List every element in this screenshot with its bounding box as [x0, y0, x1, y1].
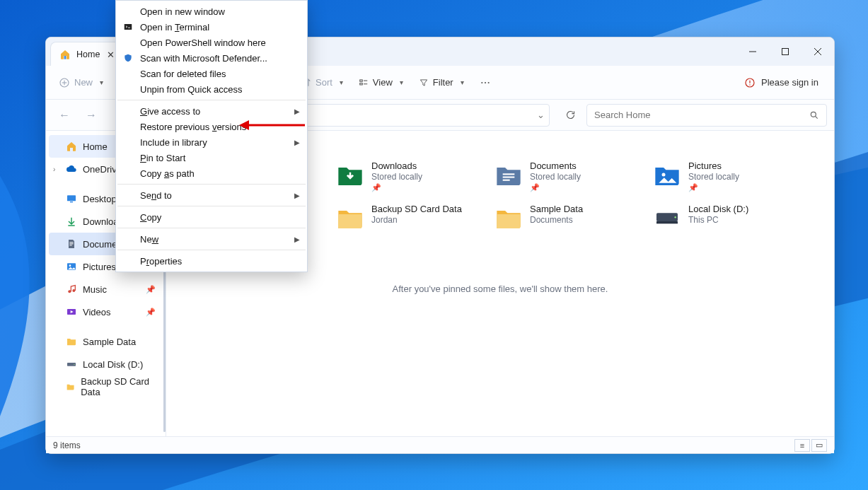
svg-rect-46 [125, 24, 132, 30]
ctx-copy-path[interactable]: Copy as path [116, 165, 307, 181]
view-icon [359, 78, 369, 88]
search-input[interactable] [594, 110, 804, 120]
folder-icon [66, 381, 75, 392]
svg-rect-41 [503, 180, 510, 181]
svg-point-45 [674, 216, 676, 218]
ctx-new[interactable]: New▶ [116, 231, 307, 247]
svg-rect-40 [503, 177, 515, 178]
pin-icon: 📌 [146, 285, 156, 294]
svg-point-21 [487, 81, 489, 83]
svg-rect-29 [69, 242, 73, 243]
ctx-scan-defender[interactable]: Scan with Microsoft Defender... [116, 50, 307, 66]
svg-rect-27 [67, 195, 76, 201]
chevron-down-icon[interactable]: ⌄ [537, 110, 545, 120]
separator [117, 228, 306, 228]
separator [117, 206, 306, 206]
filter-icon [419, 78, 429, 88]
thumbnails-view-button[interactable]: ▭ [811, 439, 827, 452]
refresh-button[interactable] [558, 104, 582, 127]
ctx-give-access[interactable]: Give access to▶ [116, 103, 307, 119]
pictures-folder-icon [653, 161, 681, 189]
more-button[interactable] [473, 71, 498, 94]
details-view-button[interactable]: ≡ [794, 439, 810, 452]
folder-icon [494, 204, 523, 232]
svg-point-25 [811, 112, 816, 117]
svg-rect-2 [782, 49, 789, 55]
svg-rect-28 [70, 202, 73, 202]
chevron-right-icon[interactable]: › [53, 165, 55, 173]
tab-label: Home [76, 49, 100, 59]
chevron-right-icon: ▶ [294, 192, 300, 199]
pictures-icon [66, 261, 77, 272]
window-controls [736, 37, 834, 66]
search-icon [809, 110, 819, 120]
back-button[interactable]: ← [53, 104, 76, 127]
item-count: 9 items [53, 441, 81, 450]
videos-icon [66, 306, 77, 317]
favorites-empty-text: After you've pinned some files, we'll sh… [176, 284, 824, 294]
separator [117, 100, 306, 100]
svg-rect-15 [360, 79, 363, 81]
ctx-scan-deleted[interactable]: Scan for deleted files [116, 66, 307, 81]
forward-button[interactable]: → [80, 104, 103, 127]
tile-localdisk[interactable]: Local Disk (D:)This PC [652, 202, 800, 237]
tile-sample[interactable]: Sample DataDocuments [493, 202, 642, 237]
shield-icon [122, 53, 134, 63]
document-icon [66, 238, 77, 250]
pin-icon: 📌 [688, 183, 739, 192]
status-bar: 9 items ≡ ▭ [46, 436, 834, 453]
tile-downloads[interactable]: DownloadsStored locally📌 [335, 159, 483, 194]
ctx-restore-previous[interactable]: Restore previous versions [116, 119, 307, 134]
search-box[interactable] [586, 104, 827, 127]
separator [117, 250, 306, 250]
sidebar-item-videos[interactable]: Videos📌 [49, 301, 163, 323]
home-icon [59, 49, 71, 60]
sidebar-item-sampledata[interactable]: Sample Data [49, 330, 163, 353]
drive-icon [653, 204, 681, 232]
drive-icon [66, 358, 77, 370]
close-button[interactable] [802, 37, 834, 66]
sidebar-item-localdiskd[interactable]: Local Disk (D:) [49, 353, 163, 375]
separator [117, 184, 306, 185]
ellipsis-icon [480, 77, 491, 88]
view-button[interactable]: View [352, 71, 410, 94]
download-icon [66, 216, 77, 227]
ctx-properties[interactable]: Properties [116, 253, 307, 269]
chevron-right-icon: ▶ [294, 107, 300, 115]
svg-rect-31 [69, 245, 71, 245]
tile-pictures[interactable]: PicturesStored locally📌 [652, 159, 800, 194]
new-button[interactable]: New [52, 71, 110, 94]
desktop-icon [66, 193, 77, 204]
tab-close-button[interactable]: ✕ [105, 49, 115, 59]
ctx-pin-start[interactable]: Pin to Start [116, 150, 307, 165]
svg-rect-16 [360, 83, 363, 84]
svg-rect-39 [503, 173, 515, 175]
ctx-send-to[interactable]: Send to▶ [116, 187, 307, 203]
tab-home[interactable]: Home ✕ [50, 42, 122, 66]
ctx-open-powershell[interactable]: Open PowerShell window here [116, 35, 307, 50]
ctx-unpin-quick[interactable]: Unpin from Quick access [116, 81, 307, 97]
maximize-button[interactable] [769, 37, 802, 66]
cloud-icon [66, 163, 77, 175]
ctx-open-new-window[interactable]: Open in new window [116, 4, 307, 19]
svg-rect-30 [69, 243, 73, 244]
sign-in-prompt[interactable]: Please sign in [734, 77, 828, 88]
ctx-copy[interactable]: Copy [116, 209, 307, 225]
ctx-include-library[interactable]: Include in library▶ [116, 134, 307, 150]
minimize-button[interactable] [736, 37, 769, 66]
folder-icon [66, 336, 77, 347]
sidebar-item-music[interactable]: Music📌 [49, 278, 163, 301]
svg-point-24 [749, 84, 750, 85]
pin-icon: 📌 [530, 183, 581, 192]
context-menu: Open in new window Open in Terminal Open… [115, 0, 308, 272]
svg-point-38 [74, 364, 74, 365]
tile-documents[interactable]: DocumentsStored locally📌 [493, 159, 642, 194]
svg-point-20 [485, 81, 486, 83]
tile-backup[interactable]: Backup SD Card DataJordan [335, 202, 483, 237]
pin-icon: 📌 [371, 183, 422, 192]
ctx-open-terminal[interactable]: Open in Terminal [116, 19, 307, 35]
pin-icon: 📌 [146, 308, 156, 317]
documents-folder-icon [494, 161, 523, 189]
filter-button[interactable]: Filter [412, 71, 471, 94]
sidebar-item-backupsd[interactable]: Backup SD Card Data [49, 375, 163, 398]
